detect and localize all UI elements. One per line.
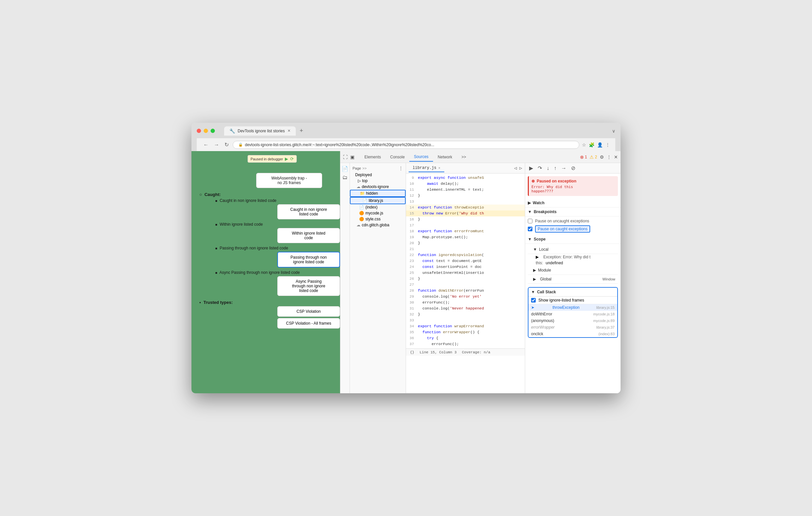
- caught-non-ignore-button[interactable]: Caught in non ignorelisted code: [277, 204, 340, 219]
- tab-elements[interactable]: Elements: [360, 153, 385, 161]
- step-button[interactable]: →: [560, 164, 568, 172]
- warning-badge-container: ⚠ 2: [589, 154, 597, 160]
- index-item[interactable]: 📄 (index): [350, 204, 406, 210]
- watch-section-header[interactable]: ▶ Watch: [525, 199, 620, 208]
- extension-icon[interactable]: 🧩: [589, 142, 594, 148]
- breakpoints-section-header[interactable]: ▼ Breakpoints: [525, 208, 620, 216]
- top-item[interactable]: ▷ top: [350, 178, 406, 184]
- sources-filesystem-icon[interactable]: 🗂: [342, 175, 348, 180]
- devtools-ignore-item[interactable]: ☁ devtools-ignore: [350, 184, 406, 190]
- code-line-33: 33: [406, 317, 525, 323]
- tab-sources[interactable]: Sources: [409, 152, 433, 162]
- library-js-item[interactable]: 📄 library.js: [350, 197, 406, 204]
- line-text-35: function errorWrapper() {: [418, 329, 479, 335]
- async-button[interactable]: Async Passingthrough non ignorelisted co…: [277, 276, 340, 296]
- address-bar[interactable]: 🔒 devtools-ignore-list-stories.glitch.me…: [233, 141, 579, 149]
- this-scope-val: undefined: [546, 261, 563, 265]
- tab-network[interactable]: Network: [433, 153, 457, 161]
- deployed-label: Deployed: [355, 173, 372, 177]
- pause-caught-checkbox[interactable]: [528, 227, 532, 231]
- maximize-traffic-light[interactable]: [211, 129, 215, 133]
- style-item[interactable]: 🟠 style.css: [350, 216, 406, 222]
- csp-all-button[interactable]: CSP Violation - All frames: [277, 318, 340, 329]
- hidden-folder-item[interactable]: 📁 hidden: [350, 190, 406, 197]
- code-line-35: 35 function errorWrapper() {: [406, 329, 525, 335]
- code-line-19: 19 Map.prototype.set();: [406, 234, 525, 240]
- line-num-19: 19: [406, 234, 418, 240]
- settings-icon[interactable]: ⚙: [600, 154, 604, 160]
- call-stack-item-4[interactable]: onclick (index):83: [528, 331, 617, 337]
- trusted-section-label: Trusted types:: [199, 300, 335, 305]
- reload-button[interactable]: ↻: [223, 140, 230, 149]
- back-button[interactable]: ←: [202, 141, 210, 149]
- chrome-titlebar: 🔧 DevTools ignore list stories ✕ + ∨ ← →…: [192, 123, 620, 151]
- scope-section-header[interactable]: ▼ Scope: [525, 235, 620, 244]
- call-stack-item-2[interactable]: (anonymous) mycode.js:89: [528, 317, 617, 324]
- devtools-inspect-icon[interactable]: ⛶: [343, 154, 348, 160]
- format-icon[interactable]: {}: [410, 351, 414, 354]
- call-stack-header[interactable]: ▼ Call Stack: [528, 288, 617, 297]
- local-scope-header[interactable]: ▼ Local: [528, 245, 618, 254]
- show-ignored-checkbox[interactable]: [531, 298, 536, 303]
- within-ignore-button[interactable]: Within ignore listedcode: [277, 228, 340, 243]
- tab-bar: 🔧 DevTools ignore list stories ✕ +: [224, 126, 306, 135]
- profile-icon[interactable]: 👤: [597, 142, 603, 148]
- statusbar-coverage: Coverage: n/a: [462, 351, 490, 354]
- navigate-back-icon[interactable]: ◁: [514, 165, 517, 171]
- mycode-item[interactable]: 🟠 mycode.js: [350, 210, 406, 216]
- this-scope-item: this: undefined: [536, 260, 618, 266]
- line-num-36: 36: [406, 335, 418, 341]
- call-stack-item-3[interactable]: errorWrapper library.js:37: [528, 324, 617, 331]
- debug-toolbar: ▶ ↷ ↓ ↑ → ⊘: [525, 163, 620, 174]
- cdn-item[interactable]: ☁ cdn.glitch.globa: [350, 222, 406, 228]
- webassembly-container: WebAssembly trap -no JS frames: [197, 173, 335, 188]
- pause-uncaught-checkbox[interactable]: [528, 219, 532, 223]
- breakpoints-toggle-icon: ▼: [528, 210, 532, 214]
- csp-button[interactable]: CSP Violation: [277, 306, 340, 317]
- code-line-24: 24 const insertionPoint = doc: [406, 264, 525, 270]
- tab-more[interactable]: >>: [457, 153, 471, 161]
- module-scope-header[interactable]: ▶ Module: [528, 266, 618, 275]
- browser-tab[interactable]: 🔧 DevTools ignore list stories ✕: [224, 126, 296, 135]
- page-label[interactable]: Page: [352, 166, 361, 170]
- line-text-23: const text = document.getE: [418, 258, 482, 264]
- page-more-icon[interactable]: >>: [362, 166, 367, 170]
- step-out-button[interactable]: ↑: [553, 164, 558, 172]
- resume-button[interactable]: ▶: [528, 164, 534, 172]
- devtools-top-tabs: ⛶ ▣ Elements Console Sources Network >> …: [340, 151, 620, 163]
- breakpoints-section: Pause on uncaught exceptions Pause on ca…: [525, 216, 620, 235]
- within-ignore-label: Within ignore listed code: [215, 222, 335, 227]
- call-stack-item-1[interactable]: doWithError mycode.js:18: [528, 311, 617, 317]
- tab-console[interactable]: Console: [385, 153, 409, 161]
- navigate-forward-icon[interactable]: ▷: [520, 165, 522, 171]
- more-menu-icon[interactable]: ⋮: [607, 154, 611, 160]
- code-view: library.js ✕ ◁ ▷ 9 export async function…: [406, 163, 525, 393]
- step-over-button[interactable]: ↷: [536, 164, 543, 172]
- devtools-device-icon[interactable]: ▣: [350, 154, 354, 160]
- call-stack-item-0[interactable]: ➤ throwException library.js:15: [528, 304, 617, 311]
- close-traffic-light[interactable]: [197, 129, 201, 133]
- step-icon[interactable]: ⟳: [290, 156, 294, 161]
- tab-close-icon[interactable]: ✕: [438, 166, 440, 170]
- step-into-button[interactable]: ↓: [545, 164, 551, 172]
- line-num-15: 15: [406, 211, 418, 216]
- close-devtools-icon[interactable]: ✕: [614, 154, 618, 160]
- deployed-item[interactable]: Deployed: [350, 172, 406, 178]
- deactivate-button[interactable]: ⊘: [570, 164, 577, 172]
- more-icon[interactable]: ⋮: [605, 142, 610, 148]
- window-menu-icon[interactable]: ∨: [612, 128, 615, 133]
- local-toggle-icon: ▼: [533, 247, 537, 252]
- code-statusbar: {} Line 15, Column 3 Coverage: n/a: [406, 348, 525, 356]
- forward-button[interactable]: →: [212, 141, 221, 149]
- file-tree-menu-icon[interactable]: ⋮: [399, 165, 403, 171]
- bookmark-icon[interactable]: ☆: [582, 142, 586, 148]
- tab-close-button[interactable]: ✕: [288, 129, 290, 133]
- sources-page-icon[interactable]: 📄: [342, 165, 348, 172]
- play-icon[interactable]: ▶: [285, 156, 288, 161]
- minimize-traffic-light[interactable]: [204, 129, 208, 133]
- global-scope-header[interactable]: ▶ Global Window: [528, 275, 618, 284]
- new-tab-button[interactable]: +: [297, 126, 306, 135]
- active-code-tab[interactable]: library.js ✕: [409, 164, 444, 172]
- hidden-folder-label: hidden: [366, 191, 378, 195]
- passing-button[interactable]: Passing through nonignore listed code: [277, 252, 340, 268]
